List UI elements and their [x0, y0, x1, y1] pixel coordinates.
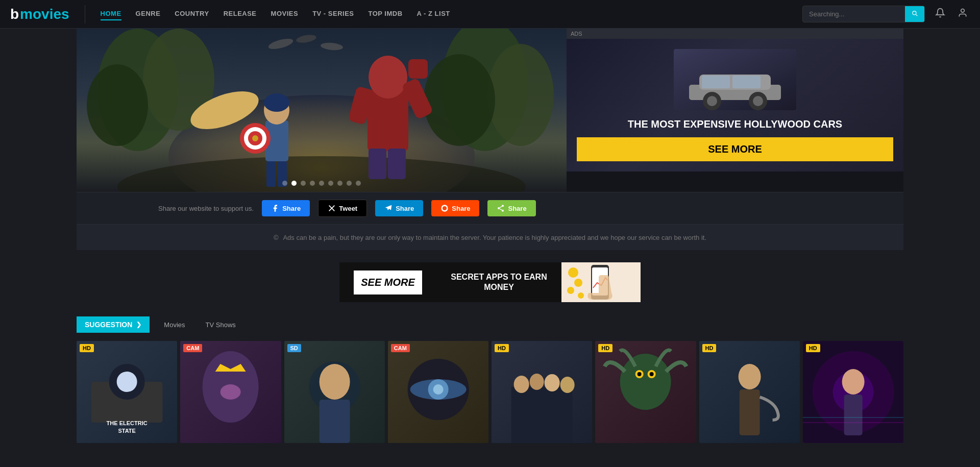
movie-poster-7 [803, 341, 903, 443]
movie-card-7[interactable]: HD [803, 341, 903, 443]
logo-movies: movies [20, 6, 69, 22]
svg-point-83 [650, 372, 654, 376]
movie-poster-2 [284, 341, 385, 443]
svg-line-44 [500, 206, 502, 208]
nav-release[interactable]: RELEASE [224, 8, 257, 20]
dot-2[interactable] [301, 181, 306, 186]
svg-point-48 [574, 279, 582, 287]
nav-top-imdb[interactable]: TOP IMDb [368, 8, 402, 20]
ad-card-cars[interactable]: THE MOST EXPENSIVE HOLLYWOOD CARS SEE MO… [567, 39, 903, 171]
ad-title: THE MOST EXPENSIVE HOLLYWOOD CARS [577, 118, 893, 130]
share-sharethis-button[interactable]: Share [487, 200, 535, 216]
banner-title2: MONEY [484, 283, 514, 292]
svg-line-43 [500, 209, 502, 210]
logo-b: b [10, 6, 19, 22]
main-area: ADS [0, 29, 980, 443]
nav-movies[interactable]: MOVIES [271, 8, 299, 20]
right-spacer [903, 29, 980, 443]
svg-point-64 [319, 364, 350, 400]
movie-poster-4 [492, 341, 592, 443]
share-twitter-button[interactable]: Tweet [318, 200, 367, 217]
share-bar: Share our website to support us. Share T… [77, 192, 903, 224]
svg-rect-19 [368, 90, 408, 151]
movie-card-5[interactable]: HD [595, 341, 696, 443]
svg-point-85 [738, 364, 761, 389]
share-facebook-button[interactable]: Share [262, 200, 310, 216]
suggestion-label[interactable]: SUGGESTION ❯ [77, 316, 150, 333]
dot-7[interactable] [347, 181, 352, 186]
nav-country[interactable]: COUNTRY [175, 8, 209, 20]
svg-point-41 [498, 207, 500, 209]
quality-badge-3: CAM [391, 344, 410, 352]
svg-point-76 [560, 377, 575, 393]
svg-point-82 [638, 372, 642, 376]
svg-rect-65 [319, 400, 350, 443]
nav-az-list[interactable]: A - Z LIST [417, 8, 450, 20]
user-button[interactable] [955, 6, 970, 22]
filter-tvshows-button[interactable]: TV Shows [200, 317, 242, 333]
svg-point-75 [545, 374, 560, 391]
share-facebook-label: Share [282, 205, 301, 212]
svg-point-42 [502, 210, 504, 212]
share-prompt: Share our website to support us. [158, 205, 254, 212]
dot-5[interactable] [328, 181, 333, 186]
movie-card-1[interactable]: CAM [180, 341, 281, 443]
svg-point-6 [487, 44, 554, 146]
filter-movies-button[interactable]: Movies [158, 317, 191, 333]
ads-label: ADS [567, 29, 903, 39]
search-icon [911, 10, 918, 17]
dot-4[interactable] [319, 181, 324, 186]
share-reddit-button[interactable]: Share [431, 200, 479, 216]
svg-point-39 [443, 206, 447, 210]
share-telegram-label: Share [396, 205, 414, 212]
search-input[interactable] [803, 7, 905, 21]
svg-point-4 [87, 64, 148, 146]
share-telegram-button[interactable]: Share [375, 200, 423, 216]
hero-dots [282, 181, 361, 186]
ad-cta-button[interactable]: SEE MORE [577, 137, 893, 161]
svg-point-11 [264, 93, 289, 112]
dot-0[interactable] [282, 181, 287, 186]
header-divider [85, 5, 85, 23]
banner-phone-visual [566, 262, 637, 302]
dot-8[interactable] [356, 181, 361, 186]
quality-badge-7: HD [806, 344, 820, 352]
movie-card-0[interactable]: THE ELECTRIC STATE HD [77, 341, 177, 443]
suggestion-section: SUGGESTION ❯ Movies TV Shows THE ELECT [77, 316, 903, 443]
svg-rect-25 [408, 59, 428, 79]
dot-6[interactable] [337, 181, 342, 186]
logo[interactable]: bmovies [10, 6, 69, 22]
notifications-button[interactable] [933, 6, 947, 22]
suggestion-chevron-icon: ❯ [136, 321, 141, 328]
movie-poster-1 [180, 341, 281, 443]
quality-badge-0: HD [80, 344, 94, 352]
quality-badge-5: HD [598, 344, 612, 352]
header: bmovies HOME GENRE COUNTRY RELEASE MOVIE… [0, 0, 980, 29]
nav-tv-series[interactable]: TV - SERIES [312, 8, 354, 20]
movie-card-6[interactable]: HD [699, 341, 800, 443]
banner-title1: SECRET APPS TO EARN [451, 273, 547, 282]
share-sharethis-label: Share [508, 205, 526, 212]
search-button[interactable] [905, 6, 924, 22]
movie-card-2[interactable]: SD [284, 341, 385, 443]
nav-home[interactable]: HOME [101, 8, 121, 20]
movie-grid: THE ELECTRIC STATE HD [77, 341, 903, 443]
banner-ad[interactable]: SEE MORE SECRET APPS TO EARN MONEY [339, 262, 641, 302]
share-icon [497, 204, 505, 212]
svg-point-50 [578, 292, 584, 299]
dot-1[interactable] [291, 181, 297, 186]
movie-card-3[interactable]: CAM [388, 341, 488, 443]
svg-rect-24 [388, 149, 406, 179]
quality-badge-4: HD [495, 344, 509, 352]
svg-point-47 [568, 267, 578, 278]
banner-see-more: SEE MORE [354, 271, 422, 294]
banner-ad-text: SECRET APPS TO EARN MONEY [436, 262, 561, 302]
ad-sidebar: ADS [567, 29, 903, 192]
movie-poster-6 [699, 341, 800, 443]
svg-point-16 [252, 135, 258, 141]
movie-card-4[interactable]: HD [492, 341, 592, 443]
svg-rect-72 [511, 387, 573, 443]
dot-3[interactable] [310, 181, 315, 186]
nav-genre[interactable]: GENRE [136, 8, 161, 20]
hero-banner[interactable] [77, 29, 567, 192]
